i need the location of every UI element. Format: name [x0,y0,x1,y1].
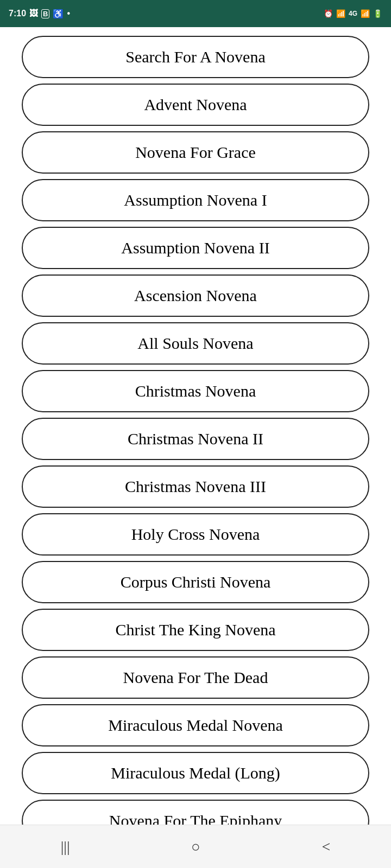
novena-button-novena-for-the-dead[interactable]: Novena For The Dead [22,656,369,699]
alarm-icon: ⏰ [324,9,333,18]
status-right: ⏰ 📶 4G 📶 🔋 [324,9,382,18]
photo-icon: 🖼 [29,9,38,18]
battery-icon: 🔋 [373,9,382,18]
signal-icon: 📶 [336,9,345,18]
novena-button-assumption-novena-i[interactable]: Assumption Novena I [22,179,369,221]
novena-button-novena-for-grace[interactable]: Novena For Grace [22,131,369,174]
novena-button-search-for-a-novena[interactable]: Search For A Novena [22,36,369,78]
novena-button-christmas-novena[interactable]: Christmas Novena [22,370,369,412]
novena-button-christ-the-king-novena[interactable]: Christ The King Novena [22,609,369,651]
status-left: 7:10 🖼 B ♿ • [9,9,70,19]
novena-list: Search For A NovenaAdvent NovenaNovena F… [0,27,391,868]
dot-icon: • [67,9,70,18]
novena-button-miraculous-medal-long[interactable]: Miraculous Medal (Long) [22,752,369,794]
status-bar: 7:10 🖼 B ♿ • ⏰ 📶 4G 📶 🔋 [0,0,391,27]
novena-button-all-souls-novena[interactable]: All Souls Novena [22,322,369,365]
novena-button-christmas-novena-iii[interactable]: Christmas Novena III [22,465,369,508]
back-nav-button[interactable]: ||| [61,838,70,856]
recent-nav-button[interactable]: < [321,838,330,856]
novena-button-holy-cross-novena[interactable]: Holy Cross Novena [22,513,369,556]
signal2-icon: 📶 [361,9,370,18]
b-icon: B [41,9,49,18]
time-display: 7:10 [9,9,26,18]
navigation-bar: ||| ○ < [0,825,391,868]
4g-label: 4G [349,10,357,17]
accessibility-icon: ♿ [53,9,64,19]
novena-button-christmas-novena-ii[interactable]: Christmas Novena II [22,418,369,460]
novena-button-miraculous-medal-novena[interactable]: Miraculous Medal Novena [22,704,369,746]
novena-button-advent-novena[interactable]: Advent Novena [22,84,369,126]
novena-button-assumption-novena-ii[interactable]: Assumption Novena II [22,227,369,269]
novena-button-ascension-novena[interactable]: Ascension Novena [22,275,369,317]
novena-button-corpus-christi-novena[interactable]: Corpus Christi Novena [22,561,369,603]
home-nav-button[interactable]: ○ [191,838,200,856]
